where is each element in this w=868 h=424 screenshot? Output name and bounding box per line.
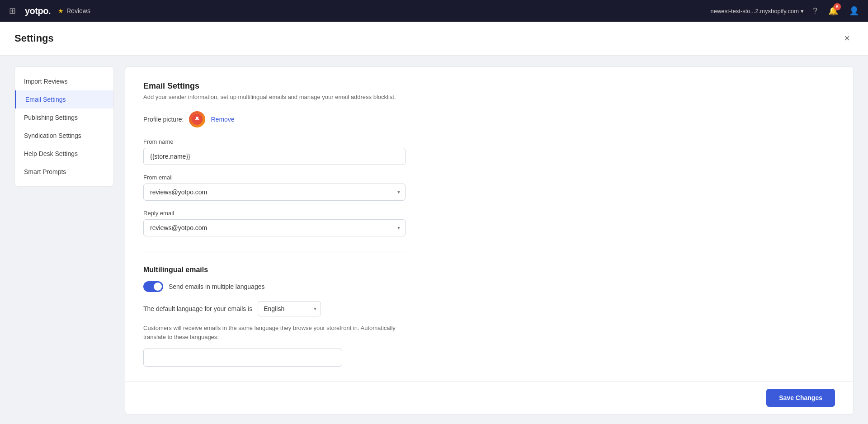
sidebar-item-publishing-settings[interactable]: Publishing Settings — [15, 108, 113, 127]
sidebar-item-label: Email Settings — [25, 96, 66, 103]
reviews-nav-item[interactable]: ★ Reviews — [58, 7, 90, 14]
user-avatar-button[interactable]: 👤 — [847, 4, 861, 18]
section-title: Email Settings — [143, 81, 835, 91]
sidebar-item-email-settings[interactable]: Email Settings — [15, 90, 113, 108]
sidebar-item-label: Smart Prompts — [24, 168, 66, 175]
topnav-right: newest-test-sto...2.myshopify.com ▾ ? 🔔 … — [710, 4, 861, 18]
page-title: Settings — [14, 33, 54, 44]
default-language-row: The default language for your emails is … — [143, 301, 835, 316]
translate-languages-input[interactable] — [143, 349, 342, 367]
sidebar-item-help-desk-settings[interactable]: Help Desk Settings — [15, 145, 113, 163]
content-footer: Save Changes — [125, 381, 853, 414]
yotpo-logo: yotpo. — [25, 6, 51, 16]
reply-email-select[interactable]: reviews@yotpo.com — [143, 219, 406, 236]
profile-picture-row: Profile picture: Remove — [143, 111, 835, 127]
multilingual-toggle-label: Send emails in multiple languages — [169, 283, 264, 290]
svg-point-1 — [196, 117, 198, 119]
sidebar-item-import-reviews[interactable]: Import Reviews — [15, 72, 113, 90]
avatar — [189, 111, 205, 127]
help-button[interactable]: ? — [811, 5, 819, 18]
sidebar: Import Reviews Email Settings Publishing… — [14, 66, 114, 187]
main-layout: Import Reviews Email Settings Publishing… — [0, 56, 868, 424]
multilingual-toggle-row: Send emails in multiple languages — [143, 281, 835, 292]
content-inner: Email Settings Add your sender informati… — [125, 67, 853, 381]
close-button[interactable]: × — [840, 31, 854, 46]
reply-email-label: Reply email — [143, 210, 835, 217]
store-chevron-icon: ▾ — [801, 8, 804, 14]
topnav-left: ⊞ yotpo. ★ Reviews — [7, 4, 90, 18]
notification-badge: 5 — [834, 3, 841, 10]
from-email-select-wrapper: reviews@yotpo.com ▾ — [143, 184, 406, 201]
sidebar-item-label: Import Reviews — [24, 78, 67, 85]
store-name: newest-test-sto...2.myshopify.com — [710, 8, 799, 14]
from-email-group: From email reviews@yotpo.com ▾ — [143, 174, 835, 201]
star-icon: ★ — [58, 7, 64, 14]
toggle-slider — [143, 281, 163, 292]
section-divider — [143, 251, 406, 251]
reviews-nav-label: Reviews — [66, 7, 90, 14]
sidebar-item-smart-prompts[interactable]: Smart Prompts — [15, 163, 113, 181]
sidebar-item-label: Syndication Settings — [24, 132, 81, 139]
default-lang-select[interactable]: English Spanish French German Italian — [258, 301, 321, 316]
sidebar-item-label: Help Desk Settings — [24, 150, 78, 157]
profile-picture-label: Profile picture: — [143, 116, 184, 123]
save-changes-button[interactable]: Save Changes — [766, 389, 835, 407]
reply-email-group: Reply email reviews@yotpo.com ▾ — [143, 210, 835, 236]
topnav: ⊞ yotpo. ★ Reviews newest-test-sto...2.m… — [0, 0, 868, 22]
sidebar-item-syndication-settings[interactable]: Syndication Settings — [15, 127, 113, 145]
notifications-button[interactable]: 🔔 5 — [826, 4, 840, 18]
from-name-label: From name — [143, 138, 835, 145]
store-selector[interactable]: newest-test-sto...2.myshopify.com ▾ — [710, 8, 804, 14]
reply-email-select-wrapper: reviews@yotpo.com ▾ — [143, 219, 406, 236]
multilingual-toggle[interactable] — [143, 281, 163, 292]
default-lang-text: The default language for your emails is — [143, 305, 252, 312]
from-email-select[interactable]: reviews@yotpo.com — [143, 184, 406, 201]
from-name-input[interactable] — [143, 148, 406, 165]
content-area: Email Settings Add your sender informati… — [125, 66, 854, 415]
from-email-label: From email — [143, 174, 835, 181]
from-name-group: From name — [143, 138, 835, 165]
multilingual-helper-text: Customers will receive emails in the sam… — [143, 324, 396, 341]
default-lang-select-wrapper: English Spanish French German Italian ▾ — [258, 301, 321, 316]
multilingual-title: Multilingual emails — [143, 266, 835, 274]
section-subtitle: Add your sender information, set up mult… — [143, 94, 835, 100]
grid-menu-button[interactable]: ⊞ — [7, 4, 18, 18]
page-titlebar: Settings × — [0, 22, 868, 56]
sidebar-item-label: Publishing Settings — [24, 114, 78, 121]
remove-avatar-link[interactable]: Remove — [211, 116, 234, 123]
